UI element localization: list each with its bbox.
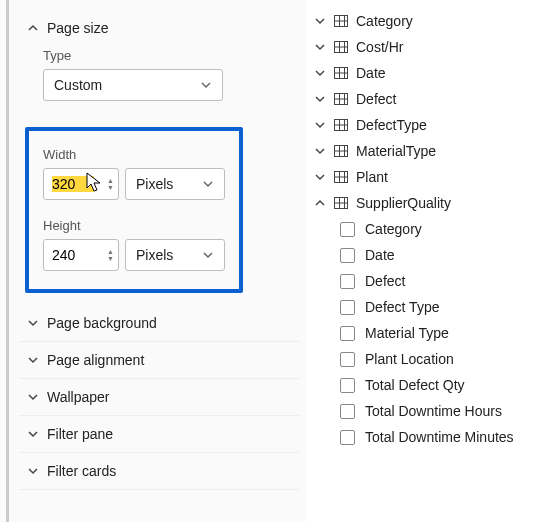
table-category[interactable]: Category <box>310 8 542 34</box>
checkbox[interactable] <box>340 274 355 289</box>
section-label: Filter cards <box>47 463 116 479</box>
height-input[interactable] <box>52 247 94 263</box>
height-label: Height <box>43 218 225 233</box>
dimension-highlight: Width ▲ ▼ Pixels Height <box>25 127 243 293</box>
table-plant[interactable]: Plant <box>310 164 542 190</box>
table-label: Plant <box>356 169 388 185</box>
table-label: Cost/Hr <box>356 39 403 55</box>
width-unit-select[interactable]: Pixels <box>125 168 225 200</box>
height-spinner[interactable]: ▲ ▼ <box>43 239 119 271</box>
table-label: Category <box>356 13 413 29</box>
section-page-size-label: Page size <box>47 20 108 36</box>
section-filter-pane[interactable]: Filter pane <box>19 416 300 453</box>
table-materialtype[interactable]: MaterialType <box>310 138 542 164</box>
field-label: Defect <box>365 273 405 289</box>
page-size-body: Type Custom <box>19 40 300 119</box>
chevron-down-icon <box>202 178 214 190</box>
table-label: SupplierQuality <box>356 195 451 211</box>
table-label: Date <box>356 65 386 81</box>
field-category[interactable]: Category <box>310 216 542 242</box>
chevron-down-icon <box>202 249 214 261</box>
checkbox[interactable] <box>340 326 355 341</box>
field-defect[interactable]: Defect <box>310 268 542 294</box>
checkbox[interactable] <box>340 300 355 315</box>
section-wallpaper[interactable]: Wallpaper <box>19 379 300 416</box>
field-total-downtime-hours[interactable]: Total Downtime Hours <box>310 398 542 424</box>
checkbox[interactable] <box>340 248 355 263</box>
table-label: Defect <box>356 91 396 107</box>
chevron-down-icon <box>27 391 39 403</box>
chevron-up-icon <box>27 22 39 34</box>
height-stepper[interactable]: ▲ ▼ <box>107 248 114 262</box>
field-label: Material Type <box>365 325 449 341</box>
checkbox[interactable] <box>340 352 355 367</box>
section-label: Filter pane <box>47 426 113 442</box>
chevron-down-icon <box>314 145 326 157</box>
width-unit-value: Pixels <box>136 176 173 192</box>
table-defect[interactable]: Defect <box>310 86 542 112</box>
width-input[interactable] <box>52 176 94 192</box>
table-label: DefectType <box>356 117 427 133</box>
field-plant-location[interactable]: Plant Location <box>310 346 542 372</box>
table-icon <box>334 197 348 209</box>
section-page-background[interactable]: Page background <box>19 305 300 342</box>
height-unit-value: Pixels <box>136 247 173 263</box>
type-select-value: Custom <box>54 77 102 93</box>
field-total-defect-qty[interactable]: Total Defect Qty <box>310 372 542 398</box>
field-label: Total Defect Qty <box>365 377 465 393</box>
step-down-icon[interactable]: ▼ <box>107 184 114 191</box>
table-icon <box>334 41 348 53</box>
checkbox[interactable] <box>340 430 355 445</box>
chevron-down-icon <box>314 15 326 27</box>
width-spinner[interactable]: ▲ ▼ <box>43 168 119 200</box>
table-icon <box>334 93 348 105</box>
chevron-down-icon <box>314 119 326 131</box>
chevron-down-icon <box>27 428 39 440</box>
table-date[interactable]: Date <box>310 60 542 86</box>
table-costhr[interactable]: Cost/Hr <box>310 34 542 60</box>
checkbox[interactable] <box>340 404 355 419</box>
table-supplierquality[interactable]: SupplierQuality <box>310 190 542 216</box>
chevron-down-icon <box>200 79 212 91</box>
section-page-alignment[interactable]: Page alignment <box>19 342 300 379</box>
section-label: Page background <box>47 315 157 331</box>
field-label: Total Downtime Hours <box>365 403 502 419</box>
checkbox[interactable] <box>340 222 355 237</box>
field-label: Defect Type <box>365 299 439 315</box>
table-icon <box>334 67 348 79</box>
fields-pane: Category Cost/Hr Date Defect DefectType … <box>306 0 546 522</box>
chevron-down-icon <box>314 171 326 183</box>
step-up-icon[interactable]: ▲ <box>107 248 114 255</box>
section-label: Wallpaper <box>47 389 110 405</box>
field-label: Plant Location <box>365 351 454 367</box>
field-date[interactable]: Date <box>310 242 542 268</box>
section-label: Page alignment <box>47 352 144 368</box>
chevron-down-icon <box>314 67 326 79</box>
chevron-down-icon <box>314 93 326 105</box>
type-label: Type <box>43 48 288 63</box>
chevron-up-icon <box>314 197 326 209</box>
chevron-down-icon <box>314 41 326 53</box>
chevron-down-icon <box>27 465 39 477</box>
table-icon <box>334 145 348 157</box>
chevron-down-icon <box>27 317 39 329</box>
table-icon <box>334 171 348 183</box>
formatting-pane: Page size Type Custom Width ▲ ▼ <box>6 0 306 522</box>
table-defecttype[interactable]: DefectType <box>310 112 542 138</box>
field-label: Date <box>365 247 395 263</box>
height-unit-select[interactable]: Pixels <box>125 239 225 271</box>
section-filter-cards[interactable]: Filter cards <box>19 453 300 490</box>
section-page-size[interactable]: Page size <box>19 10 300 40</box>
step-down-icon[interactable]: ▼ <box>107 255 114 262</box>
table-label: MaterialType <box>356 143 436 159</box>
step-up-icon[interactable]: ▲ <box>107 177 114 184</box>
width-stepper[interactable]: ▲ ▼ <box>107 177 114 191</box>
table-icon <box>334 15 348 27</box>
field-material-type[interactable]: Material Type <box>310 320 542 346</box>
type-select[interactable]: Custom <box>43 69 223 101</box>
table-icon <box>334 119 348 131</box>
chevron-down-icon <box>27 354 39 366</box>
checkbox[interactable] <box>340 378 355 393</box>
field-total-downtime-minutes[interactable]: Total Downtime Minutes <box>310 424 542 450</box>
field-defect-type[interactable]: Defect Type <box>310 294 542 320</box>
